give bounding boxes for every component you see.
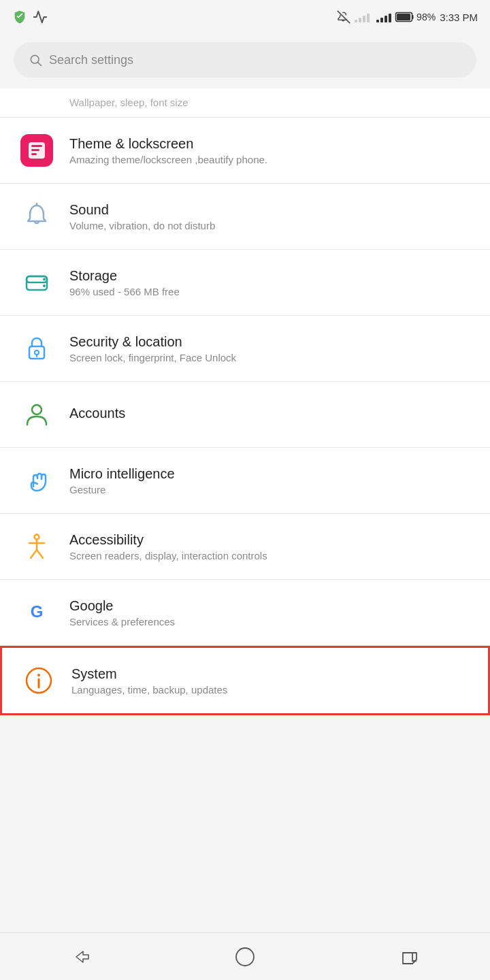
micro-icon [21,465,52,496]
sound-icon-container [16,196,57,237]
settings-item-theme[interactable]: Theme & lockscreen Amazing theme/lockscr… [0,118,490,184]
sound-item-text: Sound Volume, vibration, do not disturb [69,202,474,231]
status-bar: 98% 3:33 PM [0,0,490,34]
theme-title: Theme & lockscreen [69,136,474,152]
home-button[interactable] [225,936,265,977]
storage-item-text: Storage 96% used - 566 MB free [69,268,474,297]
system-icon [22,664,55,697]
sound-title: Sound [69,202,474,218]
accounts-title: Accounts [69,406,474,421]
settings-item-micro[interactable]: Micro intelligence Gesture [0,448,490,514]
google-title: Google [69,598,474,614]
partial-display-item[interactable]: Wallpaper, sleep, font size [0,88,490,118]
svg-rect-7 [31,145,42,147]
accounts-item-text: Accounts [69,406,474,423]
accessibility-icon-container [16,526,57,567]
micro-item-text: Micro intelligence Gesture [69,466,474,495]
settings-item-sound[interactable]: Sound Volume, vibration, do not disturb [0,184,490,250]
svg-line-4 [38,63,42,66]
svg-rect-8 [31,149,39,151]
battery-icon: 98% [395,12,436,22]
system-title: System [71,666,472,682]
micro-title: Micro intelligence [69,466,474,482]
accounts-icon [21,399,52,430]
back-icon [71,946,93,968]
settings-item-accounts[interactable]: Accounts [0,382,490,448]
svg-point-19 [35,535,39,540]
status-time: 3:33 PM [440,12,478,23]
accessibility-title: Accessibility [69,532,474,548]
recents-button[interactable] [388,936,429,977]
settings-item-system[interactable]: System Languages, time, backup, updates [0,646,490,715]
svg-line-23 [37,550,43,558]
sound-icon [21,201,52,232]
partial-item-text: Wallpaper, sleep, font size [69,97,189,108]
google-icon: G [21,597,52,628]
system-item-text: System Languages, time, backup, updates [71,666,472,696]
system-icon-container [18,660,59,701]
svg-point-28 [236,948,254,966]
bottom-navigation [0,932,490,980]
security-item-text: Security & location Screen lock, fingerp… [69,334,474,363]
accessibility-icon [21,531,52,562]
security-subtitle: Screen lock, fingerprint, Face Unlock [69,352,474,363]
sound-subtitle: Volume, vibration, do not disturb [69,220,474,231]
settings-list: Wallpaper, sleep, font size Theme & lock… [0,88,490,715]
google-subtitle: Services & preferences [69,616,474,627]
theme-item-text: Theme & lockscreen Amazing theme/lockscr… [69,136,474,165]
svg-rect-9 [31,153,37,155]
battery-percentage: 98% [416,12,436,22]
notification-off-icon [337,10,350,24]
storage-icon-container [16,262,57,303]
search-bar-container: Search settings [0,34,490,88]
shield-icon [12,10,27,24]
accessibility-item-text: Accessibility Screen readers, display, i… [69,532,474,561]
recents-icon [397,946,419,968]
accounts-icon-container [16,394,57,435]
back-button[interactable] [61,936,102,977]
micro-subtitle: Gesture [69,484,474,495]
theme-icon-container [16,130,57,171]
accessibility-subtitle: Screen readers, display, interaction con… [69,550,474,561]
theme-subtitle: Amazing theme/lockscreen ,beautify phone… [69,154,474,165]
storage-subtitle: 96% used - 566 MB free [69,286,474,297]
google-icon-container: G [16,592,57,633]
system-subtitle: Languages, time, backup, updates [71,684,472,696]
search-placeholder: Search settings [49,53,133,67]
google-item-text: Google Services & preferences [69,598,474,627]
home-icon [235,947,255,967]
settings-item-storage[interactable]: Storage 96% used - 566 MB free [0,250,490,316]
signal-bars-1 [355,12,370,22]
svg-point-13 [43,278,46,281]
settings-item-security[interactable]: Security & location Screen lock, fingerp… [0,316,490,382]
storage-icon [21,267,52,298]
svg-point-18 [32,405,42,414]
security-title: Security & location [69,334,474,350]
svg-text:G: G [31,602,44,621]
search-icon [29,53,42,67]
svg-rect-2 [397,14,410,20]
svg-line-22 [31,550,37,558]
signal-bars-2 [376,12,391,22]
status-left-icons [12,10,48,24]
svg-point-27 [37,674,40,676]
settings-item-google[interactable]: G Google Services & preferences [0,580,490,646]
settings-item-accessibility[interactable]: Accessibility Screen readers, display, i… [0,514,490,580]
search-bar[interactable]: Search settings [14,42,476,78]
micro-icon-container [16,460,57,501]
theme-icon [20,134,53,167]
status-right-icons: 98% 3:33 PM [337,10,478,24]
activity-icon [33,10,48,24]
svg-point-14 [43,284,46,287]
security-icon [21,333,52,364]
storage-title: Storage [69,268,474,284]
security-icon-container [16,328,57,369]
